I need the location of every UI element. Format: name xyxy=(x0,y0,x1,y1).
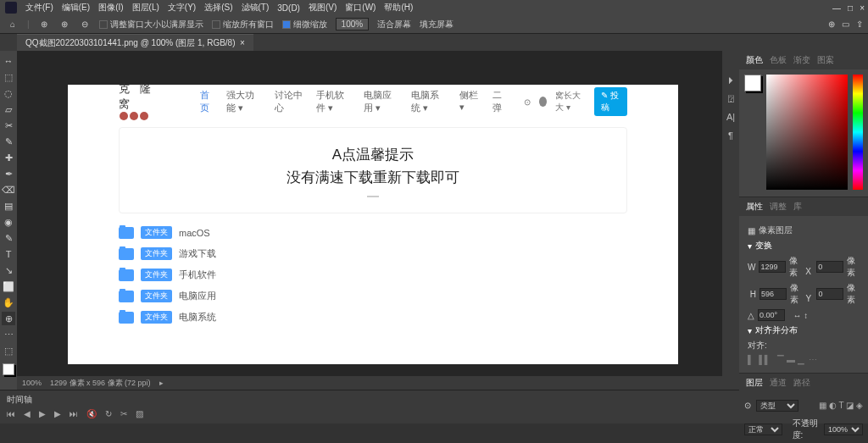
zoom-level-button[interactable]: 100% xyxy=(336,18,370,30)
prev-frame-icon[interactable]: ◀ xyxy=(24,409,31,418)
menu-view[interactable]: 视图(V) xyxy=(309,2,337,14)
menu-filter[interactable]: 滤镜(T) xyxy=(242,2,270,14)
zoom-out-icon[interactable]: ⊖ xyxy=(79,19,91,30)
color-field[interactable] xyxy=(766,75,848,190)
tab-patterns[interactable]: 图案 xyxy=(817,54,834,66)
audio-icon[interactable]: 🔇 xyxy=(86,409,97,418)
username[interactable]: 窝长大大 ▾ xyxy=(555,90,586,114)
first-frame-icon[interactable]: ⏮ xyxy=(7,409,15,418)
home-icon[interactable]: ⌂ xyxy=(7,19,19,30)
play-icon[interactable]: ▶ xyxy=(39,409,46,418)
folder-row[interactable]: 文件夹游戏下载 xyxy=(119,243,627,264)
tool-pen[interactable]: ✎ xyxy=(2,231,15,245)
resize-fit-checkbox[interactable]: 调整窗口大小以满屏显示 xyxy=(99,19,203,30)
menu-help[interactable]: 帮助(H) xyxy=(384,2,413,14)
tool-stamp[interactable]: ⌫ xyxy=(2,183,15,197)
tool-quickselect[interactable]: ▱ xyxy=(2,102,15,116)
kind-select[interactable]: 类型 xyxy=(756,400,798,412)
split-icon[interactable]: ✂ xyxy=(120,409,127,418)
menu-type[interactable]: 文字(Y) xyxy=(168,2,196,14)
canvas[interactable]: 克 隆 窝 首页 强大功能 ▾ 讨论中心 手机软件 ▾ 电脑应用 ▾ 电脑系统 … xyxy=(17,51,722,390)
fit-screen-button[interactable]: 适合屏幕 xyxy=(377,19,411,30)
post-button[interactable]: ✎ 投稿 xyxy=(594,87,627,116)
timeline-title[interactable]: 时间轴 xyxy=(7,395,32,404)
tool-zoom[interactable]: ⊕ xyxy=(2,312,15,325)
tool-crop[interactable]: ✂ xyxy=(2,119,15,132)
search-icon[interactable]: ⊕ xyxy=(828,19,835,29)
nav-system[interactable]: 电脑系统 ▾ xyxy=(411,89,447,114)
opacity-select[interactable]: 100% xyxy=(824,424,863,435)
filter-icon[interactable]: ⊙ xyxy=(744,401,751,410)
close-button[interactable]: × xyxy=(860,3,865,13)
tool-gradient[interactable]: ▤ xyxy=(2,199,15,213)
tool-hand[interactable]: ✋ xyxy=(2,296,15,309)
nav-home[interactable]: 首页 xyxy=(200,89,215,114)
search-icon[interactable]: ⊙ xyxy=(524,97,531,107)
status-zoom[interactable]: 100% xyxy=(22,379,42,387)
color-swatch[interactable] xyxy=(3,363,14,375)
zoom-in-icon[interactable]: ⊕ xyxy=(58,19,70,30)
tab-color[interactable]: 颜色 xyxy=(746,54,763,66)
next-frame-icon[interactable]: ▶ xyxy=(54,409,61,418)
menu-3d[interactable]: 3D(D) xyxy=(277,3,300,13)
tool-brush[interactable]: ✒ xyxy=(2,167,15,180)
y-input[interactable] xyxy=(816,288,843,300)
angle-input[interactable] xyxy=(758,309,785,321)
folder-row[interactable]: 文件夹电脑系统 xyxy=(119,307,627,328)
fill-screen-button[interactable]: 填充屏幕 xyxy=(420,19,453,30)
tool-move[interactable]: ↔ xyxy=(2,54,15,68)
sec-transform[interactable]: 变换 xyxy=(755,240,772,252)
scrubby-zoom-checkbox[interactable]: 细微缩放 xyxy=(282,19,327,30)
last-frame-icon[interactable]: ⏭ xyxy=(70,409,78,418)
menu-window[interactable]: 窗口(W) xyxy=(345,2,376,14)
width-input[interactable] xyxy=(759,261,786,273)
dock-help-icon[interactable]: ⍰ xyxy=(728,93,734,103)
tab-swatches[interactable]: 色板 xyxy=(770,54,787,66)
status-info[interactable]: 1299 像素 x 596 像素 (72 ppi) xyxy=(50,378,151,389)
tab-adjust[interactable]: 调整 xyxy=(770,201,787,213)
document-tab[interactable]: QQ截图20220303101441.png @ 100% (图层 1, RGB… xyxy=(17,34,253,52)
hue-slider[interactable] xyxy=(853,75,863,190)
minimize-button[interactable]: — xyxy=(832,3,841,13)
tool-eyedropper[interactable]: ✎ xyxy=(2,135,15,148)
dock-para-icon[interactable]: ¶ xyxy=(728,130,733,141)
share-icon[interactable]: ⇪ xyxy=(856,19,863,29)
folder-row[interactable]: 文件夹电脑应用 xyxy=(119,285,627,307)
tab-gradients[interactable]: 渐变 xyxy=(793,54,810,66)
tab-layers[interactable]: 图层 xyxy=(746,377,763,389)
nav-apps[interactable]: 电脑应用 ▾ xyxy=(364,89,399,114)
menu-layer[interactable]: 图层(L) xyxy=(132,2,159,14)
maximize-button[interactable]: □ xyxy=(848,3,853,13)
dock-play-icon[interactable]: ⏵ xyxy=(726,75,736,85)
x-input[interactable] xyxy=(816,261,843,273)
nav-forum[interactable]: 讨论中心 xyxy=(275,89,304,114)
tool-text[interactable]: T xyxy=(2,247,15,261)
folder-row[interactable]: 文件夹macOS xyxy=(119,222,627,243)
tab-channels[interactable]: 通道 xyxy=(770,377,787,389)
tab-paths[interactable]: 路径 xyxy=(793,377,810,389)
transition-icon[interactable]: ▨ xyxy=(136,409,143,418)
menu-image[interactable]: 图像(I) xyxy=(98,2,123,14)
tool-editbar[interactable]: ⬚ xyxy=(2,344,15,357)
avatar-icon[interactable] xyxy=(539,97,547,107)
tab-library[interactable]: 库 xyxy=(793,201,802,213)
tool-shape[interactable]: ⬜ xyxy=(2,280,15,293)
menu-file[interactable]: 文件(F) xyxy=(25,2,53,14)
zoom-tool-icon[interactable]: ⊕ xyxy=(38,19,50,30)
tab-properties[interactable]: 属性 xyxy=(746,201,763,213)
tool-heal[interactable]: ✚ xyxy=(2,151,15,164)
dock-char-icon[interactable]: A| xyxy=(726,112,735,122)
blend-select[interactable]: 正常 xyxy=(744,424,782,435)
tool-dodge[interactable]: ◉ xyxy=(2,215,15,229)
menu-edit[interactable]: 编辑(E) xyxy=(62,2,90,14)
nav-mobile[interactable]: 手机软件 ▾ xyxy=(316,89,352,114)
height-input[interactable] xyxy=(760,288,787,300)
tool-more[interactable]: ⋯ xyxy=(2,328,15,341)
nav-popup[interactable]: 二弹 xyxy=(492,89,508,114)
loop-icon[interactable]: ↻ xyxy=(105,409,112,418)
workspace-icon[interactable]: ▭ xyxy=(842,19,849,29)
menu-select[interactable]: 选择(S) xyxy=(204,2,232,14)
tool-path[interactable]: ↘ xyxy=(2,263,15,277)
nav-sidebar[interactable]: 侧栏 ▾ xyxy=(459,89,481,114)
tool-lasso[interactable]: ◌ xyxy=(2,86,15,100)
